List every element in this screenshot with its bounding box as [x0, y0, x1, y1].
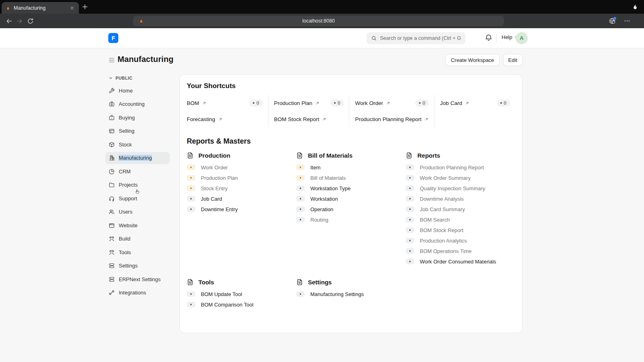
file-text-icon	[296, 279, 303, 286]
workspace-content-card: Your Shortcuts BOM 0 Production Plan 0 W…	[180, 74, 522, 333]
shortcut-bom[interactable]: BOM 0	[187, 95, 268, 111]
sidebar-item-website[interactable]: Website	[105, 219, 170, 231]
master-item-label: Work Order	[201, 165, 228, 171]
master-item-label: Workstation	[310, 196, 338, 202]
item-job-card-summary[interactable]: Job Card Summary	[406, 206, 515, 212]
sidebar-item-label: Website	[119, 222, 138, 228]
sidebar-item-crm[interactable]: CRM	[105, 165, 170, 177]
browser-tab[interactable]: Manufacturing	[2, 2, 79, 14]
item-workstation[interactable]: Workstation	[296, 195, 406, 202]
shortcut-forecasting[interactable]: Forecasting	[187, 111, 268, 127]
workspace-sidebar: PUBLIC Home Accounting Buying Selling St…	[105, 76, 170, 300]
sidebar-item-settings[interactable]: Settings	[105, 260, 170, 272]
item-work-order-consumed-materials[interactable]: Work Order Consumed Materials	[406, 258, 515, 265]
edit-button[interactable]: Edit	[503, 54, 522, 66]
status-dot-badge	[406, 217, 414, 222]
shortcut-label: BOM	[187, 100, 199, 106]
master-item-label: Work Order Summary	[420, 175, 471, 181]
item-work-order-summary[interactable]: Work Order Summary	[406, 175, 515, 181]
page-title: Manufacturing	[118, 55, 173, 64]
arrow-up-right-icon	[322, 117, 326, 121]
tab-favicon	[6, 6, 10, 10]
browser-menu-icon[interactable]	[624, 18, 630, 24]
shortcut-bom-stock-report[interactable]: BOM Stock Report	[268, 111, 349, 127]
master-item-label: Job Card Summary	[420, 206, 465, 212]
item-stock-entry[interactable]: Stock Entry	[187, 185, 296, 191]
flame-icon[interactable]	[632, 4, 638, 10]
sidebar-item-manufacturing[interactable]: Manufacturing	[105, 152, 170, 164]
extension-notification-dot	[613, 17, 616, 20]
sidebar-item-build[interactable]: Build	[105, 233, 170, 245]
item-operation[interactable]: Operation	[296, 206, 406, 212]
shortcut-count-badge: 0	[330, 99, 344, 107]
master-item-label: Operation	[310, 206, 333, 212]
status-dot-badge	[406, 206, 414, 212]
shortcut-production-plan[interactable]: Production Plan 0	[268, 95, 349, 111]
item-production-planning-report[interactable]: Production Planning Report	[406, 164, 515, 171]
item-manufacturing-settings[interactable]: Manufacturing Settings	[296, 291, 406, 297]
sidebar-item-selling[interactable]: Selling	[105, 125, 170, 137]
item-bom-update-tool[interactable]: BOM Update Tool	[187, 291, 296, 297]
sidebar-section-label: PUBLIC	[116, 76, 132, 80]
shortcut-job-card[interactable]: Job Card 0	[434, 95, 515, 111]
master-item-label: BOM Operations Time	[420, 248, 472, 254]
address-bar[interactable]: localhost:8080	[133, 16, 504, 26]
notifications-bell-icon[interactable]	[485, 34, 492, 41]
link-nodes-icon	[109, 290, 115, 296]
item-bom-comparison-tool[interactable]: BOM Comparison Tool	[187, 301, 296, 308]
create-workspace-button[interactable]: Create Workspace	[446, 54, 499, 66]
item-production-analytics[interactable]: Production Analytics	[406, 237, 515, 244]
sidebar-item-stock[interactable]: Stock	[105, 138, 170, 150]
sidebar-section-public[interactable]: PUBLIC	[105, 76, 170, 84]
sidebar-item-users[interactable]: Users	[105, 206, 170, 218]
section-tools: Tools BOM Update Tool BOM Comparison Too…	[187, 279, 296, 312]
sidebar-item-buying[interactable]: Buying	[105, 111, 170, 123]
master-item-label: BOM Stock Report	[420, 227, 463, 233]
mouse-cursor	[134, 188, 141, 196]
item-quality-inspection-summary[interactable]: Quality Inspection Summary	[406, 185, 515, 191]
user-avatar[interactable]: A	[516, 32, 528, 44]
sidebar-item-tools[interactable]: Tools	[105, 246, 170, 258]
reload-icon[interactable]	[27, 18, 34, 25]
arrow-up-right-icon	[315, 101, 320, 105]
status-dot-badge	[187, 291, 195, 297]
search-input[interactable]	[380, 35, 461, 41]
item-work-order[interactable]: Work Order	[187, 164, 296, 171]
item-workstation-type[interactable]: Workstation Type	[296, 185, 406, 191]
chevron-down-icon	[109, 76, 113, 80]
status-dot-badge	[187, 185, 195, 191]
back-icon[interactable]	[6, 18, 12, 25]
sidebar-item-accounting[interactable]: Accounting	[105, 98, 170, 110]
sidebar-item-erpnext-settings[interactable]: ERPNext Settings	[105, 273, 170, 285]
item-production-plan[interactable]: Production Plan	[187, 175, 296, 181]
sidebar-item-integrations[interactable]: Integrations	[105, 287, 170, 299]
master-item-label: BOM Comparison Tool	[201, 302, 254, 308]
sidebar-toggle-icon[interactable]	[109, 58, 115, 63]
item-bill-of-materials[interactable]: Bill of Materials	[296, 175, 406, 181]
item-downtime-analysis[interactable]: Downtime Analysis	[406, 195, 515, 202]
arrow-up-right-icon	[218, 117, 223, 121]
master-item-label: BOM Update Tool	[201, 291, 242, 297]
item-routing[interactable]: Routing	[296, 216, 406, 223]
forward-icon[interactable]	[16, 18, 23, 25]
global-search[interactable]	[367, 32, 465, 44]
site-icon	[139, 19, 144, 23]
master-item-label: Work Order Consumed Materials	[420, 259, 496, 265]
item-job-card[interactable]: Job Card	[187, 195, 296, 202]
status-dot-badge	[406, 165, 414, 170]
status-dot-badge	[187, 302, 195, 307]
item-downtime-entry[interactable]: Downtime Entry	[187, 206, 296, 212]
item-item[interactable]: Item	[296, 164, 406, 171]
master-item-label: Downtime Analysis	[420, 196, 464, 202]
sidebar-item-home[interactable]: Home	[105, 84, 170, 97]
new-tab-icon[interactable]	[82, 4, 88, 10]
item-bom-stock-report[interactable]: BOM Stock Report	[406, 227, 515, 233]
tab-close-icon[interactable]	[69, 5, 75, 11]
item-bom-search[interactable]: BOM Search	[406, 216, 515, 223]
shortcut-work-order[interactable]: Work Order 0	[349, 95, 434, 111]
frappe-logo[interactable]: F	[108, 33, 118, 43]
shortcut-production-planning-report[interactable]: Production Planning Report	[349, 111, 434, 127]
help-label: Help	[502, 34, 512, 40]
item-bom-operations-time[interactable]: BOM Operations Time	[406, 248, 515, 254]
file-text-icon	[296, 152, 303, 159]
